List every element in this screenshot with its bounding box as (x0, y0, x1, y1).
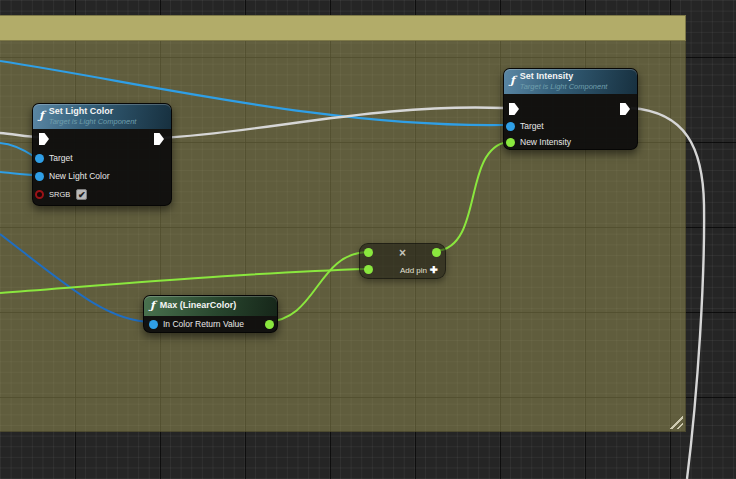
node-header[interactable]: ƒ Set Intensity Target is Light Componen… (504, 69, 637, 94)
node-title: Set Intensity (520, 71, 608, 82)
function-icon: ƒ (150, 301, 155, 311)
srgb-pin[interactable] (35, 190, 44, 199)
exec-in-pin[interactable] (509, 103, 519, 115)
add-pin-button[interactable]: Add pin✚ (400, 264, 438, 275)
plus-icon: ✚ (430, 264, 438, 275)
node-header[interactable]: ƒ Set Light Color Target is Light Compon… (33, 104, 171, 129)
add-pin-label: Add pin (400, 266, 427, 275)
pin-label: Target (49, 153, 73, 163)
in-color-pin[interactable] (149, 320, 158, 329)
node-title: Max (LinearColor) (160, 300, 237, 311)
exec-out-pin[interactable] (154, 133, 164, 145)
function-icon: ƒ (39, 111, 44, 121)
exec-out-pin[interactable] (620, 103, 630, 115)
node-header[interactable]: ƒ Max (LinearColor) (144, 296, 277, 316)
blueprint-canvas[interactable]: ƒ Set Light Color Target is Light Compon… (0, 0, 736, 479)
new-light-color-pin[interactable] (35, 172, 44, 181)
node-set-intensity[interactable]: ƒ Set Intensity Target is Light Componen… (503, 68, 638, 150)
node-multiply[interactable]: × Add pin✚ (359, 243, 446, 279)
pin-label: SRGB (49, 190, 70, 199)
exec-in-pin[interactable] (39, 133, 49, 145)
multiply-input-b-pin[interactable] (364, 265, 373, 274)
multiply-operator-icon: × (360, 247, 445, 259)
comment-title-bar[interactable] (0, 15, 686, 41)
comment-resize-handle[interactable] (668, 414, 683, 429)
srgb-checkbox[interactable]: ✔ (76, 189, 87, 200)
pin-label: Return Value (195, 319, 244, 329)
target-pin[interactable] (506, 122, 515, 131)
node-subtitle: Target is Light Component (520, 82, 608, 91)
pin-label: Target (520, 121, 544, 131)
pin-label: New Light Color (49, 171, 109, 181)
node-subtitle: Target is Light Component (49, 117, 137, 126)
function-icon: ƒ (510, 76, 515, 86)
pin-label: In Color (163, 319, 193, 329)
node-set-light-color[interactable]: ƒ Set Light Color Target is Light Compon… (32, 103, 172, 206)
new-intensity-pin[interactable] (506, 138, 515, 147)
pin-label: New Intensity (520, 137, 571, 147)
return-value-pin[interactable] (265, 320, 274, 329)
target-pin[interactable] (35, 154, 44, 163)
node-max-linearcolor[interactable]: ƒ Max (LinearColor) In Color Return Valu… (143, 295, 278, 333)
node-title: Set Light Color (49, 106, 137, 117)
